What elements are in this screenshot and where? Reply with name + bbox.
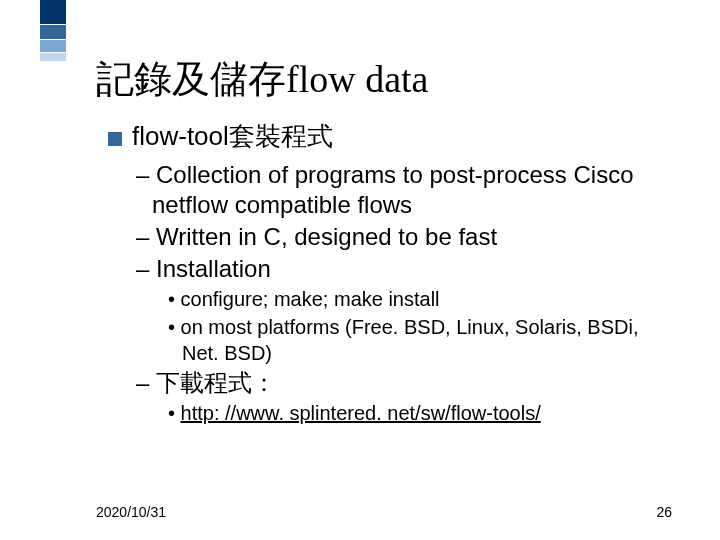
- corner-decoration: [40, 0, 66, 61]
- bullet-dot: •: [168, 402, 181, 424]
- bullet-level1-text: flow-tool套裝程式: [132, 120, 333, 154]
- bullet-level3-link-row: • http: //www. splintered. net/sw/flow-t…: [168, 400, 660, 426]
- square-bullet-icon: [108, 132, 122, 146]
- bullet-level1: flow-tool套裝程式: [108, 120, 660, 154]
- download-link[interactable]: http: //www. splintered. net/sw/flow-too…: [181, 402, 541, 424]
- footer-page-number: 26: [656, 504, 672, 520]
- slide-title: 記錄及儲存flow data: [96, 54, 428, 105]
- bullet-level2: – Written in C, designed to be fast: [136, 222, 660, 252]
- bullet-level3: • on most platforms (Free. BSD, Linux, S…: [168, 314, 660, 366]
- bullet-level2: – 下載程式：: [136, 368, 660, 398]
- footer-date: 2020/10/31: [96, 504, 166, 520]
- bullet-level2: – Installation: [136, 254, 660, 284]
- slide-body: flow-tool套裝程式 – Collection of programs t…: [108, 120, 660, 428]
- bullet-level3: • configure; make; make install: [168, 286, 660, 312]
- bullet-level2: – Collection of programs to post-process…: [136, 160, 660, 220]
